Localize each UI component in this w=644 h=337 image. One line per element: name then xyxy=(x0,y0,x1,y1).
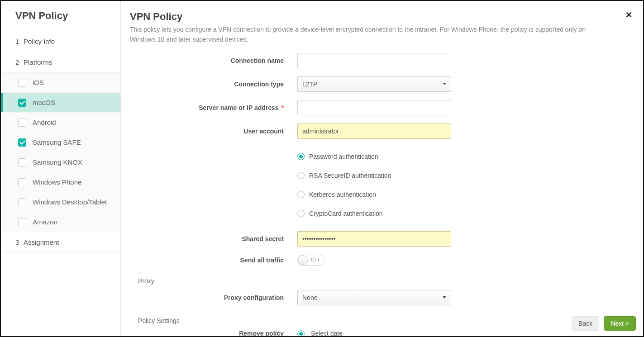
sidebar-sub-label: Samsung SAFE xyxy=(33,138,81,146)
auth-option-password[interactable]: Password authentication xyxy=(297,147,630,166)
radio-label: Select date xyxy=(311,330,343,336)
select-value: None xyxy=(302,294,317,301)
auth-radio-group: Password authentication RSA SecureID aut… xyxy=(297,147,630,223)
section-proxy: Proxy xyxy=(130,274,630,290)
checkbox-icon[interactable] xyxy=(18,218,26,226)
auth-option-kerberos[interactable]: Kerberos authentication xyxy=(297,185,630,204)
sidebar-sub-label: Windows Phone xyxy=(33,178,81,186)
chevron-down-icon xyxy=(443,296,446,299)
shared-secret-input[interactable] xyxy=(297,231,451,247)
label-proxy-config: Proxy configuration xyxy=(130,294,297,301)
radio-icon[interactable] xyxy=(297,330,305,336)
radio-icon[interactable] xyxy=(297,172,305,179)
step-number: 1 xyxy=(15,38,24,45)
user-account-input[interactable] xyxy=(297,123,451,139)
step-label: Policy Info xyxy=(24,38,55,45)
page-title: VPN Policy xyxy=(130,11,630,23)
label-server-name: Server name or IP address * xyxy=(130,104,297,111)
sidebar-platform-amazon[interactable]: Amazon xyxy=(1,212,120,232)
checkbox-icon[interactable] xyxy=(18,79,26,87)
sidebar-platform-samsung-knox[interactable]: Samsung KNOX xyxy=(1,152,120,172)
radio-icon[interactable] xyxy=(297,210,305,217)
sidebar-sub-label: iOS xyxy=(33,79,44,86)
sidebar-platform-android[interactable]: Android xyxy=(1,113,120,133)
required-marker: * xyxy=(281,104,284,111)
toggle-knob-icon xyxy=(298,255,308,265)
sidebar-title: VPN Policy xyxy=(15,10,110,22)
step-number: 2 xyxy=(15,58,24,66)
sidebar-sub-label: Android xyxy=(33,119,56,126)
sidebar-platform-windows-phone[interactable]: Windows Phone xyxy=(1,172,120,192)
checkbox-icon[interactable] xyxy=(18,138,26,147)
toggle-state-label: OFF xyxy=(311,257,321,262)
back-button[interactable]: Back xyxy=(572,316,599,331)
main-content: ✕ VPN Policy This policy lets you config… xyxy=(121,1,643,336)
radio-icon[interactable] xyxy=(297,153,305,160)
step-label: Platforms xyxy=(24,58,52,66)
radio-icon[interactable] xyxy=(297,191,305,198)
connection-name-input[interactable] xyxy=(297,53,451,68)
step-label: Assignment xyxy=(24,238,59,246)
close-icon[interactable]: ✕ xyxy=(625,10,632,20)
footer-actions: Back Next > xyxy=(572,316,636,331)
checkbox-icon[interactable] xyxy=(18,119,26,127)
sidebar-sub-label: Samsung KNOX xyxy=(33,158,82,166)
sidebar-sub-label: Amazon xyxy=(33,218,57,226)
sidebar-step-platforms[interactable]: 2 Platforms xyxy=(1,52,120,73)
label-connection-name: Connection name xyxy=(130,57,297,64)
sidebar-step-assignment[interactable]: 3 Assignment xyxy=(1,232,120,253)
sidebar-platform-macos[interactable]: macOS xyxy=(1,93,120,113)
send-all-traffic-toggle[interactable]: OFF xyxy=(297,255,324,266)
sidebar-platform-ios[interactable]: iOS xyxy=(1,73,120,93)
server-name-input[interactable] xyxy=(297,100,451,115)
label-connection-type: Connection type xyxy=(130,81,297,88)
auth-option-cryptocard[interactable]: CryptoCard authentication xyxy=(297,204,630,223)
label-remove-policy: Remove policy xyxy=(130,330,297,336)
chevron-down-icon xyxy=(443,83,446,85)
next-button[interactable]: Next > xyxy=(604,316,636,331)
sidebar-platform-windows-desktop[interactable]: Windows Desktop/Tablet xyxy=(1,192,120,212)
select-value: L2TP xyxy=(302,81,317,88)
proxy-config-select[interactable]: None xyxy=(297,290,451,305)
checkbox-icon[interactable] xyxy=(18,198,26,206)
label-text: Server name or IP address xyxy=(199,104,278,111)
checkbox-icon[interactable] xyxy=(18,99,26,107)
sidebar-sub-label: Windows Desktop/Tablet xyxy=(33,198,107,206)
radio-label: CryptoCard authentication xyxy=(309,210,383,217)
step-number: 3 xyxy=(15,238,24,246)
radio-label: Password authentication xyxy=(309,153,378,160)
radio-label: RSA SecureID authentication xyxy=(309,172,391,179)
connection-type-select[interactable]: L2TP xyxy=(297,76,451,92)
radio-label: Kerberos authentication xyxy=(309,191,376,198)
checkbox-icon[interactable] xyxy=(18,178,26,186)
sidebar-step-policy-info[interactable]: 1 Policy Info xyxy=(1,31,120,52)
label-shared-secret: Shared secret xyxy=(130,235,297,242)
section-policy-settings: Policy Settings xyxy=(130,313,630,330)
checkbox-icon[interactable] xyxy=(18,158,26,166)
page-description: This policy lets you configure a VPN con… xyxy=(130,24,596,45)
label-send-all-traffic: Send all traffic xyxy=(130,256,297,264)
sidebar-platform-samsung-safe[interactable]: Samsung SAFE xyxy=(1,133,120,152)
sidebar-sub-label: macOS xyxy=(33,99,55,106)
sidebar-header: VPN Policy xyxy=(1,1,120,31)
auth-option-rsa[interactable]: RSA SecureID authentication xyxy=(297,166,630,185)
label-user-account: User account xyxy=(130,128,297,135)
sidebar: VPN Policy 1 Policy Info 2 Platforms iOS… xyxy=(1,1,121,336)
